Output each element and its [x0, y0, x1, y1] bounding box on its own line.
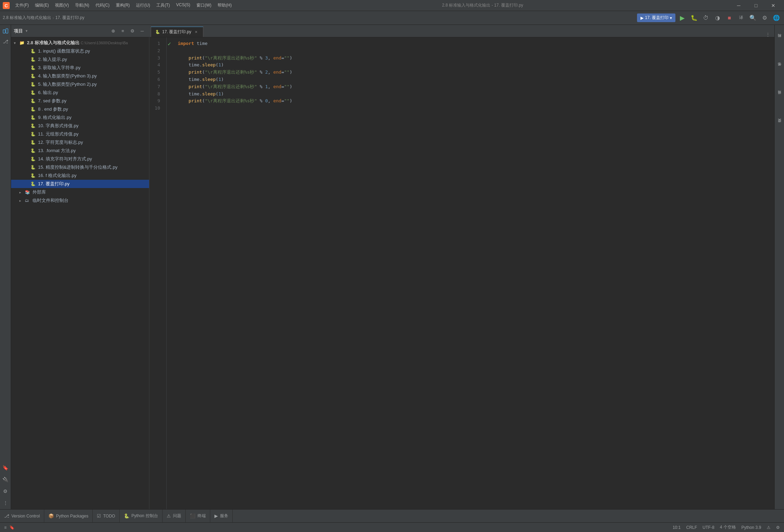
status-line-ending[interactable]: CRLF: [686, 525, 697, 530]
right-panel-commit[interactable]: 提交: [775, 111, 784, 139]
tree-file-item[interactable]: ▸ 🐍 7. sed 参数.py: [11, 97, 149, 105]
code-line: print("\r离程序退出还剩%s秒" % 3, end=""): [178, 55, 769, 62]
tab-bar-more[interactable]: ⋮: [763, 32, 773, 37]
tree-file-item[interactable]: ▸ 🐍 10. 字典形式传值.py: [11, 122, 149, 130]
menu-item-U[interactable]: 运行(U): [133, 2, 153, 9]
menu-item-W[interactable]: 窗口(W): [194, 2, 214, 9]
editor-tab-active[interactable]: 🐍 17. 覆盖打印.py ✕: [151, 27, 203, 37]
status-bar: ≡ 🔖 10:1 CRLF UTF-8 4 个空格 Python 3.9 ⚠ ⚙: [0, 522, 784, 532]
menu-item-T[interactable]: 工具(T): [154, 2, 173, 9]
project-icon[interactable]: [1, 26, 10, 36]
status-bookmark-icon[interactable]: 🔖: [9, 525, 15, 530]
more-icon[interactable]: ⋮: [1, 498, 10, 508]
commit-icon[interactable]: ⎇: [1, 37, 10, 46]
menu-item-E[interactable]: 编辑(E): [32, 2, 52, 9]
translate-button[interactable]: 译: [736, 13, 746, 23]
tree-file-item[interactable]: ▸ 🐍 3. 获取输入字符串.py: [11, 64, 149, 72]
theme-button[interactable]: 🌐: [772, 13, 781, 23]
bookmark-icon[interactable]: 🔖: [1, 463, 10, 473]
status-indent[interactable]: 4 个空格: [720, 524, 736, 530]
status-menu-icon[interactable]: ≡: [4, 525, 7, 530]
file-icon: 🐍: [30, 99, 37, 103]
tab-label: 17. 覆盖打印.py: [162, 29, 191, 35]
tree-file-item[interactable]: ▸ 🐍 13. .format 方法.py: [11, 147, 149, 155]
tree-file-item[interactable]: ▸ 🐍 4. 输入数据类型(Python 3).py: [11, 72, 149, 80]
tree-root-folder[interactable]: ▾ 📁 2.8 标准输入与格式化输出 C:\Users\13600\Deskto…: [11, 39, 149, 47]
tree-file-item[interactable]: ▸ 🐍 15. 精度控制&进制转换与千分位格式.py: [11, 163, 149, 171]
settings-button[interactable]: ⚙: [760, 13, 769, 23]
menu-item-N[interactable]: 导航(N): [72, 2, 92, 9]
tree-file-item[interactable]: ▸ 🐍 16. f 格式化输出.py: [11, 171, 149, 180]
right-panel-structure[interactable]: 结构: [775, 26, 784, 54]
file-icon: 🐍: [30, 74, 37, 78]
tree-file-item[interactable]: ▸ 🐍 8 . end 参数.py: [11, 105, 149, 113]
breadcrumb-root[interactable]: 2.8 标准输入与格式化输出: [3, 15, 51, 21]
tab-close-button[interactable]: ✕: [193, 29, 199, 35]
tree-file-item[interactable]: ▸ 🐍 11. 元组形式传值.py: [11, 130, 149, 138]
tree-file-item[interactable]: ▸ 🐍 5. 输入数据类型(Python 2).py: [11, 80, 149, 88]
status-cursor-pos[interactable]: 10:1: [673, 525, 681, 530]
panel-locate-icon[interactable]: ⊕: [109, 27, 117, 35]
coverage-button[interactable]: ◑: [713, 13, 722, 23]
line-number: 7: [149, 83, 162, 91]
tree-file-item[interactable]: ▸ 🐍 14. 填充字符与对齐方式.py: [11, 155, 149, 163]
panel-settings-icon[interactable]: ⚙: [128, 27, 137, 35]
file-icon: 🐍: [30, 132, 37, 137]
run-config-icon: ▶: [640, 16, 644, 20]
tree-file-item[interactable]: ▸ 🐍 6. 输出.py: [11, 88, 149, 97]
version-control-icon: ⎇: [4, 513, 9, 519]
file-label: 9. 格式化输出.py: [38, 114, 72, 121]
run-button[interactable]: ▶: [677, 13, 687, 23]
menu-item-V[interactable]: 视图(V): [52, 2, 72, 9]
right-panel-notifications[interactable]: 通知: [775, 83, 784, 111]
file-label: 6. 输出.py: [38, 90, 58, 96]
run-config-button[interactable]: ▶ 17. 覆盖打印 ▾: [637, 13, 675, 22]
tree-file-item[interactable]: ▸ 🐍 2. 输入提示.py: [11, 55, 149, 64]
code-editor[interactable]: import time​ print("\r离程序退出还剩%s秒" % 3, e…: [172, 37, 774, 509]
menu-item-VCSS[interactable]: VCS(S): [173, 2, 193, 9]
tree-group-item[interactable]: ▸ 🗂 临时文件和控制台: [11, 196, 149, 205]
menu-item-R[interactable]: 重构(R): [113, 2, 133, 9]
bottom-tab-python-console[interactable]: 🐍Python 控制台: [120, 510, 163, 523]
line-number: 4: [149, 62, 162, 69]
bottom-tab-services[interactable]: ▶服务: [210, 510, 233, 523]
tree-group-item[interactable]: ▸ 📚 外部库: [11, 188, 149, 196]
status-encoding[interactable]: UTF-8: [703, 525, 714, 530]
bottom-tab-todo[interactable]: ☑TODO: [93, 510, 119, 523]
panel-hide-icon[interactable]: ─: [138, 27, 146, 35]
tree-file-item[interactable]: ▸ 🐍 1. input() 函数阻塞状态.py: [11, 47, 149, 55]
menu-item-F[interactable]: 文件(F): [12, 2, 31, 9]
search-button[interactable]: 🔍: [748, 13, 758, 23]
tree-file-item[interactable]: ▸ 🐍 9. 格式化输出.py: [11, 113, 149, 122]
stop-button[interactable]: ■: [725, 13, 734, 23]
close-button[interactable]: ✕: [765, 1, 781, 10]
status-settings-icon[interactable]: ⚙: [776, 525, 780, 530]
menu-item-H[interactable]: 帮助(H): [215, 2, 234, 9]
profile-button[interactable]: ⏱: [701, 13, 711, 23]
plugin-icon[interactable]: 🔌: [1, 475, 10, 484]
panel-dropdown-icon[interactable]: ▾: [26, 29, 28, 33]
bottom-tab-python-packages[interactable]: 📦Python Packages: [44, 510, 93, 523]
menu-item-C[interactable]: 代码(C): [93, 2, 112, 9]
services-label: 服务: [220, 513, 228, 519]
panel-header: 项目 ▾ ⊕ ≡ ⚙ ─: [11, 25, 149, 37]
status-warning-icon[interactable]: ⚠: [767, 525, 771, 530]
maximize-button[interactable]: □: [748, 1, 764, 10]
settings-side-icon[interactable]: ⚙: [1, 486, 10, 496]
panel-collapse-icon[interactable]: ≡: [119, 27, 127, 35]
minimize-button[interactable]: ─: [731, 1, 747, 10]
services-icon: ▶: [214, 513, 218, 519]
debug-button[interactable]: 🐛: [689, 13, 699, 23]
status-python-version[interactable]: Python 3.9: [741, 525, 761, 530]
file-icon: 🐍: [30, 65, 37, 70]
bottom-tab-version-control[interactable]: ⎇Version Control: [0, 510, 44, 523]
right-panel-bookmarks[interactable]: 书签: [775, 55, 784, 82]
breadcrumb-file[interactable]: 17. 覆盖打印.py: [55, 15, 84, 21]
tree-file-item[interactable]: ▸ 🐍 17. 覆盖打印.py: [11, 180, 149, 188]
bottom-tab-issues[interactable]: ⚠问题: [163, 510, 186, 523]
panel-title: 项目: [14, 28, 23, 34]
editor-area: 🐍 17. 覆盖打印.py ✕ ⋮ 12345678910 ✓ import t…: [149, 25, 774, 509]
tree-file-item[interactable]: ▸ 🐍 12. 字符宽度与标志.py: [11, 138, 149, 147]
bottom-tab-terminal[interactable]: ⬛终端: [186, 510, 210, 523]
panel-header-icons: ⊕ ≡ ⚙ ─: [109, 27, 146, 35]
